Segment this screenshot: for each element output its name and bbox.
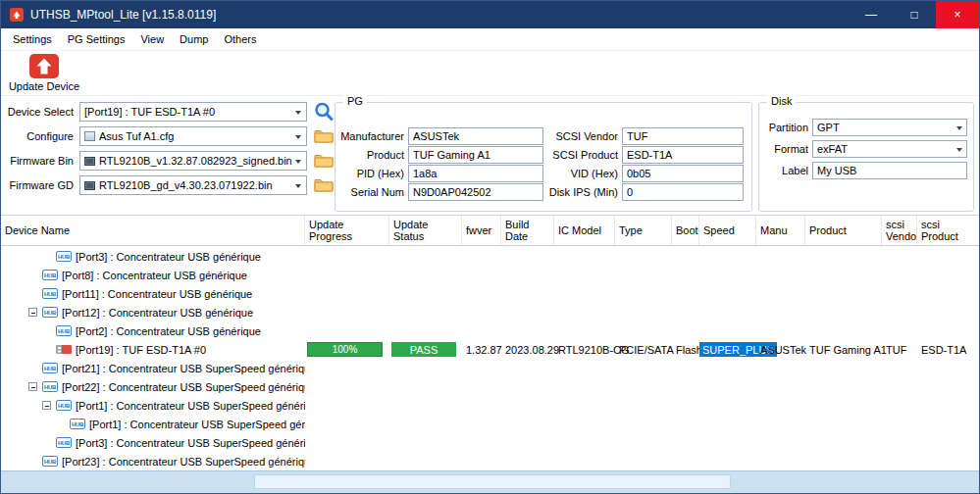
product-cell: TUF Gaming A1	[805, 340, 882, 359]
browse-firmware-bin-button[interactable]	[312, 150, 335, 172]
col-fwver-header[interactable]: fwver	[462, 216, 501, 245]
tree-row[interactable]: HUB[Port3] : Concentrateur USB SuperSpee…	[1, 433, 980, 452]
label-label: Label	[763, 165, 808, 176]
app-logo-icon	[9, 7, 25, 23]
device-name-cell: HUB[Port22] : Concentrateur USB SuperSpe…	[1, 377, 305, 396]
scsi-product-input[interactable]: ESD-T1A	[622, 146, 744, 164]
tree-indent	[1, 442, 42, 443]
col-boot-header[interactable]: Boot	[672, 216, 699, 245]
chevron-down-icon	[956, 148, 962, 152]
col-update-progress-header[interactable]: Update Progress	[305, 216, 389, 245]
tree-row[interactable]: HUB[Port22] : Concentrateur USB SuperSpe…	[1, 377, 980, 396]
tree-row[interactable]: HUB[Port1] : Concentrateur USB SuperSpee…	[1, 415, 980, 433]
close-button[interactable]: ×	[936, 1, 979, 28]
col-manu-header[interactable]: Manu	[756, 216, 805, 245]
device-name-cell: HUB[Port1] : Concentrateur USB SuperSpee…	[1, 415, 305, 433]
tree-row[interactable]: [Port19] : TUF ESD-T1A #0100%PASS1.32.87…	[1, 340, 980, 359]
firmware-gd-value: RTL9210B_gd_v4.30.23.071922.bin	[99, 179, 273, 191]
device-tree: HUB[Port3] : Concentrateur USB générique…	[1, 247, 980, 470]
device-name-cell: HUB[Port11] : Concentrateur USB génériqu…	[1, 284, 305, 303]
tree-row[interactable]: HUB[Port11] : Concentrateur USB génériqu…	[1, 284, 980, 303]
chevron-down-icon	[295, 160, 301, 164]
pid-label: PID (Hex)	[339, 168, 404, 179]
manufacturer-input[interactable]: ASUSTek	[408, 127, 543, 145]
collapse-icon[interactable]	[28, 382, 37, 391]
tree-row[interactable]: HUB[Port23] : Concentrateur USB SuperSpe…	[1, 452, 980, 470]
tree-row[interactable]: HUB[Port8] : Concentrateur USB générique	[1, 266, 980, 284]
col-scsi-vendor-header[interactable]: scsi Vendor	[882, 216, 917, 245]
browse-firmware-gd-button[interactable]	[312, 174, 335, 196]
configure-combo[interactable]: Asus Tuf A1.cfg	[79, 126, 307, 146]
col-scsi-product-header[interactable]: scsi Product	[917, 216, 980, 245]
scsi-vendor-input[interactable]: TUF	[622, 127, 744, 145]
maximize-button[interactable]: □	[893, 1, 936, 28]
col-product-header[interactable]: Product	[805, 216, 882, 245]
pid-input[interactable]: 1a8a	[408, 165, 543, 182]
usb-hub-icon: HUB	[56, 400, 72, 411]
pid-field: PID (Hex) 1a8a	[339, 165, 543, 182]
device-name-label: [Port22] : Concentrateur USB SuperSpeed …	[62, 381, 305, 393]
type-cell: PCIE/SATA	[615, 340, 672, 359]
disk-ips-label: Disk IPS (Min)	[542, 186, 618, 198]
tree-row[interactable]: HUB[Port2] : Concentrateur USB générique	[1, 321, 980, 340]
config-area: Device Select [Port19] : TUF ESD-T1A #0 …	[1, 96, 979, 215]
vid-input[interactable]: 0b05	[622, 165, 744, 182]
serial-label: Serial Num	[339, 186, 404, 198]
tree-row[interactable]: HUB[Port12] : Concentrateur USB génériqu…	[1, 303, 980, 321]
menu-pg-settings[interactable]: PG Settings	[60, 30, 133, 48]
col-build-date-header[interactable]: Build Date	[501, 216, 554, 245]
col-type-header[interactable]: Type	[615, 216, 672, 245]
firmware-bin-combo[interactable]: RTL9210B_v1.32.87.082923_signed.bin	[79, 151, 307, 171]
usb-hub-icon: HUB	[56, 437, 72, 448]
disk-ips-field: Disk IPS (Min) 0	[542, 183, 744, 201]
disk-ips-input[interactable]: 0	[622, 183, 744, 201]
toolbar: Update Device	[1, 51, 979, 96]
device-name-label: [Port12] : Concentrateur USB générique	[62, 307, 253, 319]
progress-cell: 100%	[307, 342, 383, 357]
col-update-status-header[interactable]: Update Status	[389, 216, 462, 245]
search-device-button[interactable]	[312, 101, 335, 123]
status-cell: PASS	[391, 342, 456, 357]
device-select-value: [Port19] : TUF ESD-T1A #0	[84, 106, 215, 118]
tree-row[interactable]: HUB[Port3] : Concentrateur USB générique	[1, 247, 980, 266]
tree-row[interactable]: HUB[Port1] : Concentrateur USB SuperSpee…	[1, 396, 980, 415]
menu-view[interactable]: View	[132, 30, 172, 48]
update-device-button[interactable]: Update Device	[7, 52, 81, 94]
device-select-combo[interactable]: [Port19] : TUF ESD-T1A #0	[79, 102, 307, 122]
chevron-down-icon	[295, 184, 301, 188]
col-ic-model-header[interactable]: IC Model	[554, 216, 615, 245]
usb-hub-icon: HUB	[42, 270, 58, 280]
partition-select[interactable]: GPT	[812, 119, 967, 136]
chevron-down-icon	[956, 126, 962, 130]
device-name-label: [Port21] : Concentrateur USB SuperSpeed …	[62, 363, 305, 374]
label-value: My USB	[817, 165, 856, 176]
label-input[interactable]: My USB	[812, 162, 967, 179]
tree-row[interactable]: HUB[Port21] : Concentrateur USB SuperSpe…	[1, 359, 980, 377]
tree-indent	[1, 330, 42, 331]
format-select[interactable]: exFAT	[812, 140, 967, 158]
horizontal-scrollbar[interactable]	[1, 470, 979, 493]
firmware-gd-combo[interactable]: RTL9210B_gd_v4.30.23.071922.bin	[79, 175, 307, 195]
collapse-icon[interactable]	[28, 308, 37, 317]
browse-configure-button[interactable]	[312, 125, 335, 147]
disk-group-title: Disk	[767, 95, 796, 107]
serial-input[interactable]: N9D0AP042502	[408, 183, 543, 201]
scsi-product-label: SCSI Product	[542, 149, 618, 161]
device-name-cell: HUB[Port2] : Concentrateur USB générique	[1, 321, 305, 340]
minimize-button[interactable]: —	[850, 1, 893, 28]
usb-hub-icon: HUB	[42, 307, 58, 318]
menu-others[interactable]: Others	[216, 30, 264, 48]
product-input[interactable]: TUF Gaming A1	[408, 146, 543, 164]
device-select-row: Device Select [Port19] : TUF ESD-T1A #0	[7, 102, 335, 122]
col-speed-header[interactable]: Speed	[699, 216, 756, 245]
menu-settings[interactable]: Settings	[5, 30, 60, 48]
scrollbar-thumb[interactable]	[254, 474, 731, 489]
col-device-name-header[interactable]: Device Name	[1, 216, 305, 245]
device-name-label: [Port1] : Concentrateur USB SuperSpeed g…	[89, 419, 305, 430]
menu-dump[interactable]: Dump	[172, 30, 216, 48]
collapse-icon[interactable]	[42, 401, 51, 410]
format-field: Format exFAT	[763, 140, 967, 158]
device-name-label: [Port19] : TUF ESD-T1A #0	[76, 344, 206, 356]
firmware-bin-label: Firmware Bin	[7, 155, 74, 167]
usb-hub-icon: HUB	[42, 288, 58, 299]
